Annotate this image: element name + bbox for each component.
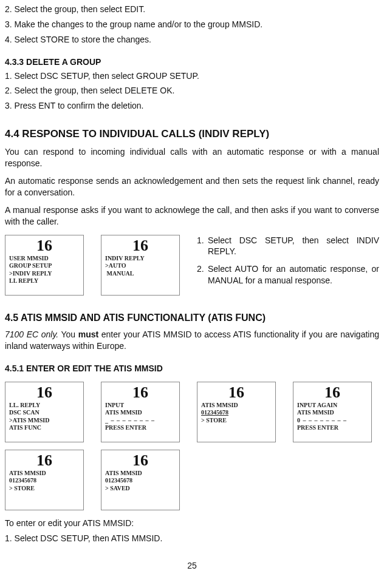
screen-channel: 16 [297,385,368,400]
lead-italic: 7100 EC only. [5,329,58,339]
screen-lines: INPUT ATIS MMSID _ – – – – – – – – PRESS… [105,402,176,432]
screen-channel: 16 [105,453,176,468]
heading-4-5: 4.5 ATIS MMSID AND ATIS FUNCTIONALITY (A… [5,311,379,325]
step-num: 2. [197,263,208,286]
screen-channel: 16 [105,238,176,254]
screen-lines: ATIS MMSID 012345678 > STORE [201,402,272,425]
lead-mid: You [58,329,78,339]
screen-451-4: 16 INPUT AGAIN ATIS MMSID 0 – – – – – – … [293,382,372,442]
screen-lines: LL. REPLY DSC SCAN >ATIS MMSID ATIS FUNC [9,402,80,432]
screen-451-2: 16 INPUT ATIS MMSID _ – – – – – – – – PR… [101,382,180,442]
para-4-4-3: A manual response asks if you want to ac… [5,204,379,228]
screen-451-6: 16 ATIS MMSID 012345678 > SAVED [101,450,180,510]
screen-4-4-b: 16 INDIV REPLY >AUTO MANUAL [101,235,180,296]
screen-451-5: 16 ATIS MMSID 012345678 > STORE [5,450,84,510]
page-number: 25 [5,560,379,572]
screen-lines: ATIS MMSID 012345678 > SAVED [105,470,176,493]
heading-4-5-1: 4.5.1 ENTER OR EDIT THE ATIS MMSID [5,363,379,374]
step-4-3-3-1: 1. Select DSC SETUP, then select GROUP S… [5,70,379,82]
screen-channel: 16 [9,385,80,400]
screen-lines: USER MMSID GROUP SETUP >INDIV REPLY LL R… [9,255,80,285]
row-4-5-1-b: 16 ATIS MMSID 012345678 > STORE 16 ATIS … [5,450,379,510]
screen-4-4-a: 16 USER MMSID GROUP SETUP >INDIV REPLY L… [5,235,84,296]
steps-4-4-side: 1.Select DSC SETUP, then select INDIV RE… [197,235,379,293]
step-num: 1. [197,235,208,258]
screen-channel: 16 [9,453,80,468]
screen-channel: 16 [105,385,176,400]
para-4-5-lead: 7100 EC only. You must enter your ATIS M… [5,329,379,352]
screen-lines: INDIV REPLY >AUTO MANUAL [105,255,176,278]
step-4-3-2-2: 2. Select the group, then select EDIT. [5,4,379,15]
row-4-5-1-a: 16 LL. REPLY DSC SCAN >ATIS MMSID ATIS F… [5,382,379,442]
step-4-3-3-3: 3. Press ENT to confirm the deletion. [5,100,379,112]
screen-lines: INPUT AGAIN ATIS MMSID 0 – – – – – – – –… [297,402,368,432]
lead-bold: must [78,329,98,339]
line-451-post: To enter or edit your ATIS MMSID: [5,518,379,529]
screen-451-3: 16 ATIS MMSID 012345678 > STORE [197,382,276,442]
heading-4-3-3: 4.3.3 DELETE A GROUP [5,56,379,68]
para-4-4-2: An automatic response sends an acknowled… [5,175,379,198]
step-text: Select AUTO for an automatic response, o… [208,263,379,286]
para-4-4-1: You can respond to incoming individual c… [5,146,379,169]
screen-451-1: 16 LL. REPLY DSC SCAN >ATIS MMSID ATIS F… [5,382,84,442]
step-451-1: 1. Select DSC SETUP, then ATIS MMSID. [5,533,379,544]
screen-lines: ATIS MMSID 012345678 > STORE [9,470,80,493]
step-4-3-2-4: 4. Select STORE to store the changes. [5,34,379,46]
step-4-3-2-3: 3. Make the changes to the group name an… [5,19,379,30]
screen-channel: 16 [201,385,272,400]
screen-channel: 16 [9,238,80,254]
step-4-3-3-2: 2. Select the group, then select DELETE … [5,85,379,96]
step-text: Select DSC SETUP, then select INDIV REPL… [208,235,379,258]
heading-4-4: 4.4 RESPONSE TO INDIVIDUAL CALLS (INDIV … [5,127,379,141]
row-4-4-screens: 16 USER MMSID GROUP SETUP >INDIV REPLY L… [5,235,379,296]
